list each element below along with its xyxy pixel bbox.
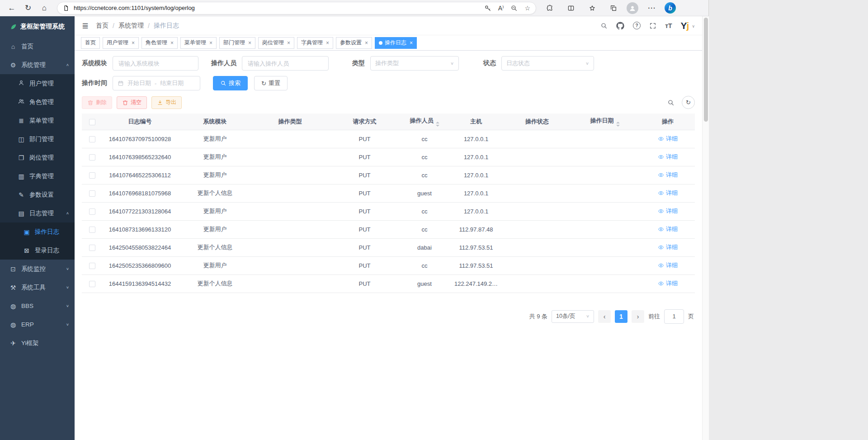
page-size-select[interactable]: 10条/页∨: [552, 310, 594, 323]
back-button[interactable]: ←: [4, 1, 20, 15]
password-key-icon[interactable]: [484, 5, 491, 12]
sidebar-item-dict-management[interactable]: ▥字典管理: [0, 167, 75, 185]
close-icon[interactable]: ×: [410, 40, 413, 46]
close-icon[interactable]: ×: [209, 40, 212, 46]
row-checkbox[interactable]: [89, 227, 95, 233]
operator-input[interactable]: [242, 56, 329, 71]
tab-menu-management[interactable]: 菜单管理×: [180, 37, 217, 49]
date-range-picker[interactable]: 开始日期 - 结束日期: [113, 76, 200, 90]
toggle-search-button[interactable]: [664, 96, 677, 109]
zoom-out-icon[interactable]: [510, 5, 518, 12]
detail-link[interactable]: 详细: [658, 279, 678, 288]
detail-link[interactable]: 详细: [658, 153, 678, 161]
browser-profile-avatar[interactable]: [627, 2, 638, 14]
scrollbar-thumb[interactable]: [704, 18, 708, 122]
type-select[interactable]: 操作类型∨: [370, 56, 459, 71]
detail-link[interactable]: 详细: [658, 225, 678, 233]
status-select[interactable]: 日志状态∨: [501, 56, 594, 71]
row-checkbox[interactable]: [89, 190, 95, 197]
row-checkbox[interactable]: [89, 172, 95, 179]
sidebar-toggle-icon[interactable]: ≣: [82, 21, 89, 31]
fullscreen-icon[interactable]: [649, 22, 656, 29]
row-checkbox[interactable]: [89, 154, 95, 161]
browser-menu-icon[interactable]: ⋯: [643, 1, 660, 15]
start-date-placeholder[interactable]: 开始日期: [127, 79, 151, 87]
close-icon[interactable]: ×: [365, 40, 368, 46]
reload-button[interactable]: ↻: [20, 1, 36, 15]
detail-link[interactable]: 详细: [658, 135, 678, 143]
tab-dict-management[interactable]: 字典管理×: [297, 37, 333, 49]
collections-icon[interactable]: [605, 1, 622, 15]
close-icon[interactable]: ×: [248, 40, 251, 46]
search-icon[interactable]: [600, 22, 608, 29]
end-date-placeholder[interactable]: 结束日期: [160, 79, 184, 87]
export-button[interactable]: 导出: [151, 96, 182, 109]
search-button[interactable]: 搜索: [213, 76, 248, 90]
close-icon[interactable]: ×: [170, 40, 174, 46]
sidebar-item-role-management[interactable]: 角色管理: [0, 93, 75, 111]
tab-operation-log[interactable]: 操作日志×: [375, 37, 417, 49]
read-aloud-icon[interactable]: A⁾: [498, 5, 504, 11]
sidebar-item-post-management[interactable]: ❐岗位管理: [0, 148, 75, 167]
sidebar-item-bbs[interactable]: ◍BBS∨: [0, 297, 75, 315]
sort-operator[interactable]: [436, 122, 439, 127]
clear-button[interactable]: 清空: [117, 96, 147, 109]
browser-home-button[interactable]: ⌂: [36, 1, 52, 15]
site-info-icon[interactable]: [63, 5, 69, 11]
breadcrumb-system-management[interactable]: 系统管理: [118, 22, 144, 30]
user-dropdown-caret-icon[interactable]: ∨: [692, 24, 695, 28]
address-bar[interactable]: https://ccnetcore.com:1101/system/log/op…: [57, 2, 536, 14]
detail-link[interactable]: 详细: [658, 171, 678, 179]
detail-link[interactable]: 详细: [658, 261, 678, 270]
sidebar-item-operation-log[interactable]: ▣操作日志: [0, 222, 75, 241]
sidebar-item-system-management[interactable]: ⚙系统管理∧: [0, 56, 75, 74]
module-input[interactable]: [113, 56, 198, 71]
tab-role-management[interactable]: 角色管理×: [142, 37, 178, 49]
tab-user-management[interactable]: 用户管理×: [103, 37, 139, 49]
row-checkbox[interactable]: [89, 263, 95, 269]
sidebar-item-dept-management[interactable]: ◫部门管理: [0, 130, 75, 148]
sidebar-item-menu-management[interactable]: ≣菜单管理: [0, 111, 75, 130]
url-text[interactable]: https://ccnetcore.com:1101/system/log/op…: [74, 5, 480, 11]
tab-post-management[interactable]: 岗位管理×: [258, 37, 294, 49]
detail-link[interactable]: 详细: [658, 243, 678, 251]
user-logo-avatar[interactable]: Yj: [681, 20, 689, 31]
next-page-button[interactable]: ›: [632, 310, 644, 323]
sort-date[interactable]: [616, 122, 620, 127]
select-all-checkbox[interactable]: [89, 119, 95, 125]
delete-button[interactable]: 删除: [82, 96, 112, 109]
split-screen-icon[interactable]: [563, 1, 579, 15]
sidebar-item-system-tools[interactable]: ⚒系统工具∨: [0, 278, 75, 297]
tab-param-settings[interactable]: 参数设置×: [336, 37, 372, 49]
add-favorite-icon[interactable]: ☆: [524, 5, 530, 11]
goto-page-input[interactable]: [664, 309, 684, 324]
page-scrollbar[interactable]: [702, 16, 709, 440]
prev-page-button[interactable]: ‹: [598, 310, 611, 323]
help-icon[interactable]: ?: [633, 22, 641, 29]
tab-dept-management[interactable]: 部门管理×: [219, 37, 255, 49]
close-icon[interactable]: ×: [287, 40, 290, 46]
breadcrumb-home[interactable]: 首页: [96, 22, 108, 30]
sidebar-item-user-management[interactable]: 用户管理: [0, 74, 75, 93]
row-checkbox[interactable]: [89, 281, 95, 287]
extensions-icon[interactable]: [542, 1, 558, 15]
detail-link[interactable]: 详细: [658, 189, 678, 197]
tab-home[interactable]: 首页: [81, 37, 100, 49]
detail-link[interactable]: 详细: [658, 207, 678, 215]
font-size-icon[interactable]: тT: [665, 22, 672, 29]
close-icon[interactable]: ×: [326, 40, 329, 46]
sidebar-item-home[interactable]: ⌂首页: [0, 37, 75, 56]
row-checkbox[interactable]: [89, 136, 95, 142]
sidebar-item-login-log[interactable]: ⊠登录日志: [0, 241, 75, 260]
sidebar-item-log-management[interactable]: ▤日志管理∧: [0, 204, 75, 222]
reset-button[interactable]: ↻重置: [254, 76, 288, 90]
sidebar-item-erp[interactable]: ◍ERP∨: [0, 315, 75, 334]
sidebar-item-yi-framework[interactable]: ✈Yi框架: [0, 334, 75, 352]
row-checkbox[interactable]: [89, 245, 95, 251]
page-1-button[interactable]: 1: [615, 310, 627, 323]
row-checkbox[interactable]: [89, 208, 95, 215]
sidebar-item-system-monitor[interactable]: ⊡系统监控∨: [0, 260, 75, 278]
sidebar-item-param-settings[interactable]: ✎参数设置: [0, 185, 75, 204]
refresh-table-button[interactable]: ↻: [682, 96, 695, 109]
bing-copilot-icon[interactable]: b: [665, 2, 676, 14]
